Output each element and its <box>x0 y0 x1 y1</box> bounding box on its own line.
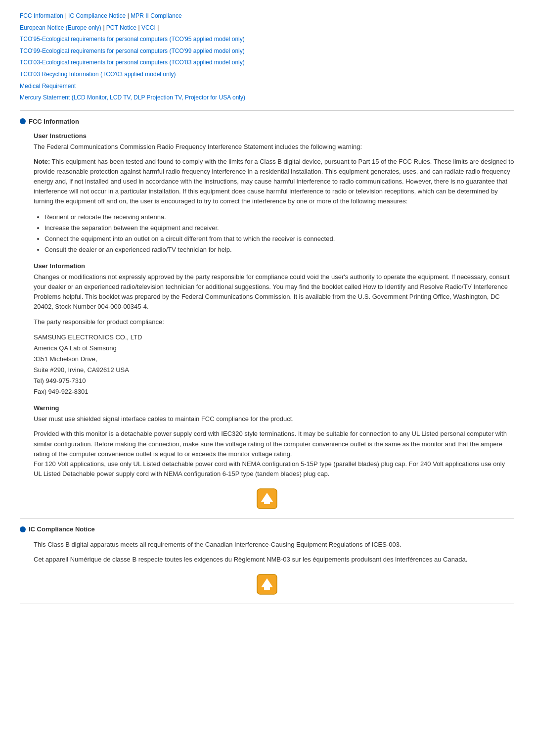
nav-link-vcci[interactable]: VCCI <box>141 24 156 31</box>
fcc-warning: Warning User must use shielded signal in… <box>34 404 514 479</box>
nav-link-tco99[interactable]: TCO'99-Ecological requirements for perso… <box>20 47 245 54</box>
nav-link-pct[interactable]: PCT Notice <box>106 24 136 31</box>
fcc-intro-para: The Federal Communications Commission Ra… <box>34 142 514 152</box>
nav-link-fcc[interactable]: FCC Information <box>20 12 63 19</box>
fcc-bullet-list: Reorient or relocate the receiving anten… <box>44 212 514 255</box>
nav-link-mercury[interactable]: Mercury Statement (LCD Monitor, LCD TV, … <box>20 94 245 101</box>
fcc-warning-para2: Provided with this monitor is a detachab… <box>34 429 514 479</box>
ic-top-button[interactable] <box>20 573 514 597</box>
fcc-party-label: The party responsible for product compli… <box>34 317 514 327</box>
fcc-section-title: FCC Information <box>20 118 514 125</box>
list-item: Increase the separation between the equi… <box>44 223 514 234</box>
ic-bottom-divider <box>20 604 514 604</box>
fcc-note-bold: Note: <box>34 158 50 165</box>
nav-link-tco03[interactable]: TCO'03-Ecological requirements for perso… <box>20 59 245 66</box>
top-divider <box>20 110 514 111</box>
fcc-note-para: Note: This equipment has been tested and… <box>34 157 514 207</box>
nav-link-medical[interactable]: Medical Requirement <box>20 83 76 90</box>
ic-content: This Class B digital apparatus meets all… <box>34 540 514 565</box>
fcc-warning-para1: User must use shielded signal interface … <box>34 414 514 424</box>
fcc-warning-title: Warning <box>34 404 514 412</box>
top-arrow-icon[interactable] <box>256 488 278 510</box>
fcc-top-button[interactable] <box>20 488 514 511</box>
fcc-address-text: SAMSUNG ELECTRONICS CO., LTDAmerica QA L… <box>34 333 142 395</box>
fcc-section: FCC Information User Instructions The Fe… <box>20 118 514 511</box>
ic-para2: Cet appareil Numérique de classe B respe… <box>34 555 514 565</box>
navigation-links: FCC Information | IC Compliance Notice |… <box>20 10 514 103</box>
fcc-user-instructions: User Instructions The Federal Communicat… <box>34 132 514 255</box>
nav-link-tco03r[interactable]: TCO'03 Recycling Information (TCO'03 app… <box>20 71 176 78</box>
fcc-address: SAMSUNG ELECTRONICS CO., LTDAmerica QA L… <box>34 332 514 398</box>
ic-bullet-icon <box>20 526 26 532</box>
fcc-user-instructions-title: User Instructions <box>34 132 514 140</box>
svg-rect-2 <box>264 502 270 504</box>
nav-link-mpr[interactable]: MPR II Compliance <box>131 12 181 19</box>
nav-link-ic[interactable]: IC Compliance Notice <box>68 12 126 19</box>
ic-section-title: IC Compliance Notice <box>20 525 514 533</box>
list-item: Connect the equipment into an outlet on … <box>44 234 514 244</box>
ic-para1: This Class B digital apparatus meets all… <box>34 540 514 550</box>
fcc-bottom-divider <box>20 518 514 519</box>
fcc-bullet-icon <box>20 118 26 124</box>
top-arrow-icon-2[interactable] <box>256 573 278 595</box>
fcc-note-text: This equipment has been tested and found… <box>34 158 514 205</box>
nav-link-tco95[interactable]: TCO'95-Ecological requirements for perso… <box>20 36 245 43</box>
list-item: Consult the dealer or an experienced rad… <box>44 244 514 255</box>
ic-section: IC Compliance Notice This Class B digita… <box>20 525 514 597</box>
fcc-user-information: User Information Changes or modification… <box>34 262 514 397</box>
fcc-user-info-para1: Changes or modifications not expressly a… <box>34 272 514 312</box>
nav-link-eu[interactable]: European Notice (Europe only) <box>20 24 101 31</box>
fcc-user-information-title: User Information <box>34 262 514 270</box>
list-item: Reorient or relocate the receiving anten… <box>44 212 514 223</box>
svg-rect-5 <box>264 587 270 590</box>
